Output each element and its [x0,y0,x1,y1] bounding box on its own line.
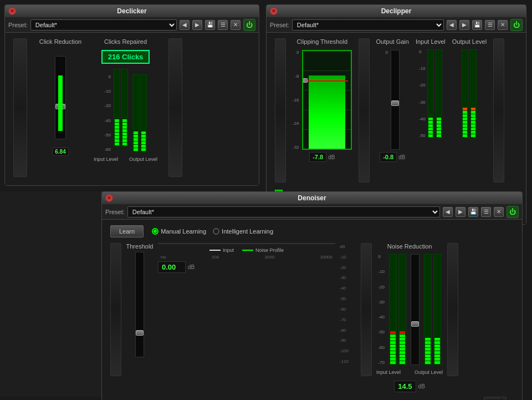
denoiser-prev-preset-button[interactable]: ◀ [443,207,453,217]
denoiser-output-slider-track [411,254,420,365]
declipper-power-button[interactable]: ⏻ [510,19,523,31]
denoiser-noise-reduction-section: Noise Reduction 0 -10 -20 -30 -40 -50 -6… [376,243,443,392]
declicker-save-button[interactable]: 💾 [205,20,215,30]
declicker-input-meters [114,69,128,146]
declicker-preset-bar: Preset: Default* ◀ ▶ 💾 ☰ ✕ ⏻ [5,17,259,33]
denoiser-input-meter-r [433,254,441,365]
declicker-close-x-button[interactable]: ✕ [231,20,241,30]
denoiser-threshold-slider-track [135,252,144,357]
noise-reduction-label: Noise Reduction [387,243,432,250]
declicker-power-button[interactable]: ⏻ [243,19,255,31]
declicker-rack-left [13,38,27,177]
declipper-close-button[interactable]: ✕ [270,7,278,15]
declipper-rack-mid [359,38,370,183]
denoiser-io-labels: Input Level Output Level [376,369,443,376]
denoiser-rack-left [110,243,121,376]
declicker-prev-preset-button[interactable]: ◀ [180,20,190,30]
declipper-preset-label: Preset: [270,22,289,28]
declipper-output-meter-r [470,49,477,138]
output-gain-slider-track [391,50,400,150]
declipper-preset-select[interactable]: Default* [292,19,444,31]
denoiser-preset-bar: Preset: Default* ◀ ▶ 💾 ☰ ✕ ⏻ [102,204,522,220]
noise-chart-area: Input Noise Profile Hz 200 2000 20000 [158,243,335,273]
declicker-title-bar: ✕ Declicker [5,5,259,17]
declicker-input-level-label: Input Level [94,156,118,163]
declicker-close-button[interactable]: ✕ [8,7,16,15]
clipping-threshold-label: Clipping Threshold [297,38,348,45]
threshold-slider-thumb[interactable] [302,78,308,83]
intelligent-learning-label: Intelligent Learning [222,228,273,235]
declipper-close-x-button[interactable]: ✕ [498,20,508,30]
output-gain-value: -0.8 [380,152,397,162]
declipper-input-level-section: Input Level 0 -10 -20 -30 -40 -50 [416,38,446,138]
clicks-repaired-section: Clicks Repaired 216 Clicks 0 -10 -20 -40… [94,38,157,177]
declipper-prev-preset-button[interactable]: ◀ [447,20,457,30]
declipper-rack-right [493,38,504,183]
declicker-output-level-label: Output Level [129,156,157,163]
manual-learning-option[interactable]: Manual Learning [152,228,206,235]
denoiser-title: Denoiser [298,194,326,202]
output-gain-slider-thumb[interactable] [391,100,399,106]
denoiser-io-meter-bars [424,254,441,365]
learn-button[interactable]: Learn [110,225,144,237]
output-gain-section: Output Gain 0 -0.8 dB [376,38,409,162]
svg-rect-1 [158,244,335,244]
noise-profile-legend-label: Noise Profile [255,247,284,253]
click-reduction-label: Click Reduction [39,38,81,45]
denoiser-bottom-row: 0.00 dB [158,261,335,273]
hz-20000: 20000 [320,255,332,260]
declipper-output-level-section: Output Level [452,38,487,138]
declipper-preset-bar: Preset: Default* ◀ ▶ 💾 ☰ ✕ ⏻ [267,17,526,33]
hz-200: 200 [212,255,219,260]
noise-profile-legend-line [242,250,253,251]
declicker-window: ✕ Declicker Preset: Default* ◀ ▶ 💾 ☰ ✕ ⏻… [4,4,259,186]
clicks-display: 216 Clicks [101,50,150,64]
learning-mode-group: Manual Learning Intelligent Learning [152,228,273,235]
noise-chart-legend: Input Noise Profile [158,247,335,253]
denoiser-threshold-section: Threshold [126,243,154,357]
denoiser-close-button[interactable]: ✕ [105,194,113,202]
denoiser-save-button[interactable]: 💾 [468,207,478,217]
manual-learning-radio[interactable] [152,228,158,235]
denoiser-rack-right [447,243,458,376]
denoiser-next-preset-button[interactable]: ▶ [456,207,466,217]
nr-meters [389,254,406,365]
output-gain-db-scale: 0 [386,50,388,150]
denoiser-input-level-label: Input Level [376,369,401,376]
declicker-output-meters [132,69,147,152]
declicker-next-preset-button[interactable]: ▶ [192,20,202,30]
declipper-rack-left [275,38,286,183]
denoiser-bottom-value: 0.00 [158,261,186,273]
clipping-threshold-section: Clipping Threshold 0 -8 -16 -24 -32 [293,38,352,162]
denoiser-powered-by: powered by [477,395,514,400]
click-reduction-section: Click Reduction 6.84 [38,38,83,177]
denoiser-output-slider-thumb[interactable] [411,321,419,327]
noise-chart [158,243,335,244]
intelligent-learning-radio[interactable] [213,228,219,235]
denoiser-close-x-button[interactable]: ✕ [494,207,504,217]
threshold-db-unit: dB [328,154,335,160]
declicker-rack-right [168,38,182,177]
denoiser-main: Threshold [110,243,514,392]
denoiser-bottom-unit: dB [188,264,195,270]
input-legend-label: Input [223,247,234,253]
denoiser-content: Learn Manual Learning Intelligent Learni… [102,220,522,400]
denoiser-window: ✕ Denoiser Preset: Default* ◀ ▶ 💾 ☰ ✕ ⏻ … [101,191,523,400]
denoiser-nr-unit: dB [418,383,425,389]
noise-profile-legend-item: Noise Profile [242,247,284,253]
denoiser-threshold-slider-thumb[interactable] [136,330,144,336]
threshold-display [302,50,352,150]
denoiser-preset-label: Preset: [105,209,125,215]
declipper-next-preset-button[interactable]: ▶ [459,20,469,30]
denoiser-menu-button[interactable]: ☰ [481,207,491,217]
declipper-input-meter-r [436,49,442,138]
denoiser-power-button[interactable]: ⏻ [507,206,519,218]
intelligent-learning-option[interactable]: Intelligent Learning [213,228,273,235]
declicker-content: Click Reduction 6.84 Clicks Repaired 216… [5,33,259,185]
threshold-line [306,80,348,82]
declicker-preset-select[interactable]: Default* [30,19,177,31]
declipper-save-button[interactable]: 💾 [472,20,482,30]
denoiser-preset-select[interactable]: Default* [127,206,440,217]
declipper-menu-button[interactable]: ☰ [485,20,495,30]
declicker-menu-button[interactable]: ☰ [218,20,228,30]
